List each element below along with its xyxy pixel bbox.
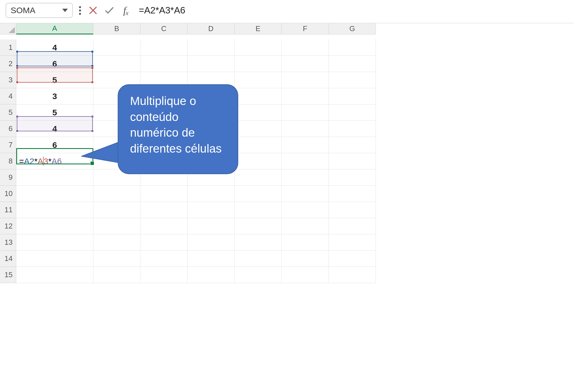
cell-A2[interactable]: 6: [16, 56, 93, 72]
cell-F5[interactable]: [282, 104, 329, 121]
cell-E6[interactable]: [235, 121, 282, 137]
cell-F4[interactable]: [282, 88, 329, 104]
row-header-10[interactable]: 10: [0, 186, 16, 202]
cell-F10[interactable]: [282, 186, 329, 202]
cell-E1[interactable]: [235, 39, 282, 56]
row-header-9[interactable]: 9: [0, 169, 16, 186]
cell-A10[interactable]: [16, 186, 93, 202]
cell-E15[interactable]: [235, 267, 282, 283]
row-header-13[interactable]: 13: [0, 234, 16, 251]
column-header-F[interactable]: F: [282, 23, 329, 34]
select-all-corner[interactable]: [0, 23, 16, 34]
column-header-B[interactable]: B: [93, 23, 140, 34]
cell-B12[interactable]: [93, 218, 140, 234]
cell-F13[interactable]: [282, 234, 329, 251]
column-header-E[interactable]: E: [235, 23, 282, 34]
cell-E11[interactable]: [235, 202, 282, 218]
cell-A7[interactable]: 6: [16, 137, 93, 153]
row-header-5[interactable]: 5: [0, 104, 16, 121]
row-header-4[interactable]: 4: [0, 88, 16, 104]
cell-A15[interactable]: [16, 267, 93, 283]
cell-G13[interactable]: [329, 234, 376, 251]
cell-F11[interactable]: [282, 202, 329, 218]
cell-E12[interactable]: [235, 218, 282, 234]
row-header-3[interactable]: 3: [0, 72, 16, 88]
cell-D10[interactable]: [188, 186, 235, 202]
cell-G8[interactable]: [329, 153, 376, 169]
cell-G15[interactable]: [329, 267, 376, 283]
row-header-15[interactable]: 15: [0, 267, 16, 283]
cell-C12[interactable]: [140, 218, 188, 234]
cell-G1[interactable]: [329, 39, 376, 56]
cell-B10[interactable]: [93, 186, 140, 202]
column-header-D[interactable]: D: [188, 23, 235, 34]
cell-C13[interactable]: [140, 234, 188, 251]
column-header-A[interactable]: A: [16, 23, 93, 34]
cell-F14[interactable]: [282, 251, 329, 267]
formula-bar-input[interactable]: [136, 3, 568, 17]
cell-F9[interactable]: [282, 169, 329, 186]
cell-E5[interactable]: [235, 104, 282, 121]
cell-B1[interactable]: [93, 39, 140, 56]
cell-G6[interactable]: [329, 121, 376, 137]
cell-F8[interactable]: [282, 153, 329, 169]
cell-A11[interactable]: [16, 202, 93, 218]
cell-F3[interactable]: [282, 72, 329, 88]
fx-icon[interactable]: fx: [120, 4, 131, 16]
row-header-6[interactable]: 6: [0, 121, 16, 137]
cell-A1[interactable]: 4: [16, 39, 93, 56]
cell-C2[interactable]: [140, 56, 188, 72]
cell-A4[interactable]: 3: [16, 88, 93, 104]
cell-A14[interactable]: [16, 251, 93, 267]
cell-C10[interactable]: [140, 186, 188, 202]
cell-E3[interactable]: [235, 72, 282, 88]
cell-A8[interactable]: =A2*A3*A6: [16, 153, 93, 169]
row-header-11[interactable]: 11: [0, 202, 16, 218]
cell-A5[interactable]: 5: [16, 104, 93, 121]
row-header-12[interactable]: 12: [0, 218, 16, 234]
cell-C1[interactable]: [140, 39, 188, 56]
cell-E2[interactable]: [235, 56, 282, 72]
cell-D14[interactable]: [188, 251, 235, 267]
cell-A6[interactable]: 4: [16, 121, 93, 137]
cell-C14[interactable]: [140, 251, 188, 267]
spreadsheet-grid[interactable]: A B C D E F G 1 4 2 6 3 5 4 3 5 5 6 4: [0, 23, 574, 283]
cell-G11[interactable]: [329, 202, 376, 218]
cell-F2[interactable]: [282, 56, 329, 72]
cell-B15[interactable]: [93, 267, 140, 283]
row-header-1[interactable]: 1: [0, 39, 16, 56]
cell-G10[interactable]: [329, 186, 376, 202]
cell-A3[interactable]: 5: [16, 72, 93, 88]
cell-A13[interactable]: [16, 234, 93, 251]
cell-D2[interactable]: [188, 56, 235, 72]
cell-G7[interactable]: [329, 137, 376, 153]
cell-A9[interactable]: [16, 169, 93, 186]
cell-E14[interactable]: [235, 251, 282, 267]
cell-D15[interactable]: [188, 267, 235, 283]
cell-G5[interactable]: [329, 104, 376, 121]
cell-E4[interactable]: [235, 88, 282, 104]
cell-G2[interactable]: [329, 56, 376, 72]
cell-G4[interactable]: [329, 88, 376, 104]
cell-D1[interactable]: [188, 39, 235, 56]
cell-F6[interactable]: [282, 121, 329, 137]
cell-F7[interactable]: [282, 137, 329, 153]
cell-C15[interactable]: [140, 267, 188, 283]
cell-D11[interactable]: [188, 202, 235, 218]
row-header-8[interactable]: 8: [0, 153, 16, 169]
cancel-icon[interactable]: [87, 4, 99, 16]
cell-C11[interactable]: [140, 202, 188, 218]
cell-A12[interactable]: [16, 218, 93, 234]
cell-G9[interactable]: [329, 169, 376, 186]
cell-E9[interactable]: [235, 169, 282, 186]
cell-G3[interactable]: [329, 72, 376, 88]
cell-D12[interactable]: [188, 218, 235, 234]
cell-E13[interactable]: [235, 234, 282, 251]
name-box[interactable]: SOMA: [6, 3, 73, 18]
cell-B14[interactable]: [93, 251, 140, 267]
cell-F15[interactable]: [282, 267, 329, 283]
cell-E8[interactable]: [235, 153, 282, 169]
cell-G12[interactable]: [329, 218, 376, 234]
cell-B2[interactable]: [93, 56, 140, 72]
kebab-menu-icon[interactable]: [77, 6, 83, 15]
